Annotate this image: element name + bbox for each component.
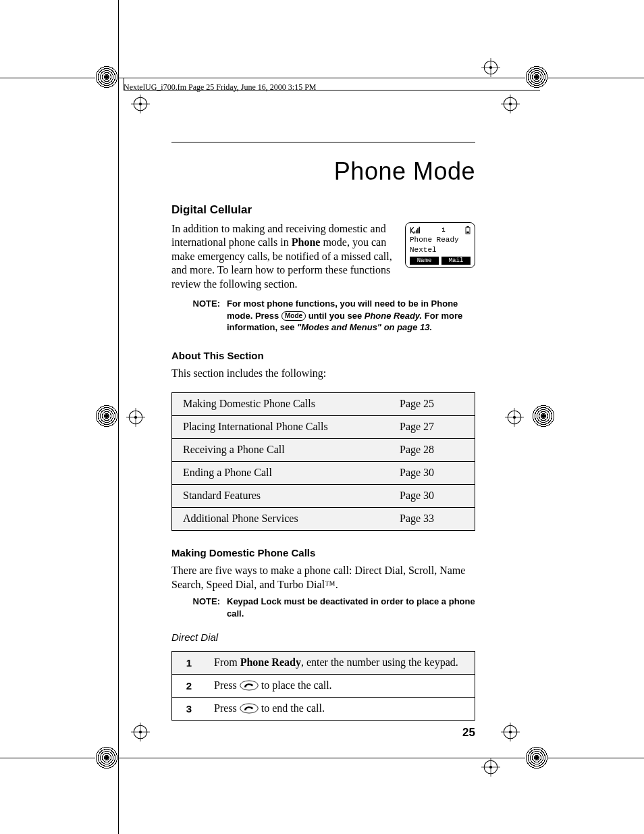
making-paragraph: There are five ways to make a phone call… bbox=[171, 564, 475, 592]
svg-rect-38 bbox=[466, 232, 468, 234]
page-number: 25 bbox=[462, 726, 475, 739]
heading-direct-dial: Direct Dial bbox=[171, 631, 475, 643]
phone-line2: Nextel bbox=[410, 245, 471, 255]
table-row: Placing International Phone CallsPage 27 bbox=[172, 416, 475, 439]
mode-button-icon: Mode bbox=[281, 311, 306, 321]
svg-point-15 bbox=[134, 416, 137, 419]
table-row: 3Press to end the call. bbox=[172, 698, 475, 721]
table-row: Making Domestic Phone CallsPage 25 bbox=[172, 393, 475, 416]
toc-page: Page 30 bbox=[389, 485, 475, 508]
toc-page: Page 27 bbox=[389, 416, 475, 439]
page-title: Phone Mode bbox=[171, 157, 475, 186]
toc-page: Page 28 bbox=[389, 439, 475, 462]
note-keypad-lock: NOTE: Keypad Lock must be deactivated in… bbox=[188, 596, 475, 619]
step-number: 1 bbox=[172, 652, 207, 675]
svg-point-19 bbox=[513, 416, 516, 419]
steps-table: 1From Phone Ready, enter the number usin… bbox=[171, 651, 475, 721]
phone-softkey-left: Name bbox=[410, 257, 439, 265]
toc-topic: Additional Phone Services bbox=[172, 508, 390, 531]
svg-rect-32 bbox=[414, 232, 416, 234]
step-text: Press to place the call. bbox=[206, 675, 475, 698]
step-number: 3 bbox=[172, 698, 207, 721]
heading-making-calls: Making Domestic Phone Calls bbox=[171, 547, 475, 558]
frame-header: NextelUG_i700.fm Page 25 Friday, June 16… bbox=[124, 82, 317, 93]
toc-topic: Ending a Phone Call bbox=[172, 462, 390, 485]
heading-about-section: About This Section bbox=[171, 350, 475, 361]
phone-softkey-right: Mail bbox=[441, 257, 471, 265]
heading-digital-cellular: Digital Cellular bbox=[171, 203, 475, 217]
toc-page: Page 25 bbox=[389, 393, 475, 416]
signal-icon bbox=[410, 226, 422, 234]
svg-point-39 bbox=[240, 681, 258, 690]
toc-table: Making Domestic Phone CallsPage 25Placin… bbox=[171, 392, 475, 531]
svg-point-31 bbox=[509, 731, 512, 733]
svg-point-7 bbox=[489, 66, 492, 69]
intro-paragraph: In addition to making and receiving dome… bbox=[171, 222, 396, 291]
svg-point-11 bbox=[509, 103, 512, 105]
table-row: 1From Phone Ready, enter the number usin… bbox=[172, 652, 475, 675]
table-row: Receiving a Phone CallPage 28 bbox=[172, 439, 475, 462]
note-phone-mode: NOTE: For most phone functions, you will… bbox=[188, 298, 475, 334]
phone-screen-illustration: 1 Phone Ready Nextel Name Mail bbox=[405, 222, 475, 268]
toc-topic: Placing International Phone Calls bbox=[172, 416, 390, 439]
step-text: From Phone Ready, enter the number using… bbox=[206, 652, 475, 675]
table-row: 2Press to place the call. bbox=[172, 675, 475, 698]
svg-point-3 bbox=[139, 103, 142, 105]
svg-rect-35 bbox=[419, 227, 421, 234]
toc-topic: Making Domestic Phone Calls bbox=[172, 393, 390, 416]
battery-icon bbox=[465, 226, 471, 234]
svg-rect-34 bbox=[417, 228, 419, 234]
table-row: Additional Phone ServicesPage 33 bbox=[172, 508, 475, 531]
phone-line1: Phone Ready bbox=[410, 235, 471, 245]
about-paragraph: This section includes the following: bbox=[171, 367, 475, 380]
toc-topic: Standard Features bbox=[172, 485, 390, 508]
step-text: Press to end the call. bbox=[206, 698, 475, 721]
phone-indicator: 1 bbox=[441, 226, 445, 234]
toc-topic: Receiving a Phone Call bbox=[172, 439, 390, 462]
svg-rect-33 bbox=[416, 230, 417, 233]
toc-page: Page 33 bbox=[389, 508, 475, 531]
handset-icon bbox=[240, 680, 259, 691]
table-row: Standard FeaturesPage 30 bbox=[172, 485, 475, 508]
step-number: 2 bbox=[172, 675, 207, 698]
svg-point-27 bbox=[489, 766, 492, 768]
svg-point-23 bbox=[139, 731, 142, 733]
toc-page: Page 30 bbox=[389, 462, 475, 485]
svg-point-40 bbox=[240, 704, 258, 713]
table-row: Ending a Phone CallPage 30 bbox=[172, 462, 475, 485]
handset-icon bbox=[240, 703, 259, 714]
